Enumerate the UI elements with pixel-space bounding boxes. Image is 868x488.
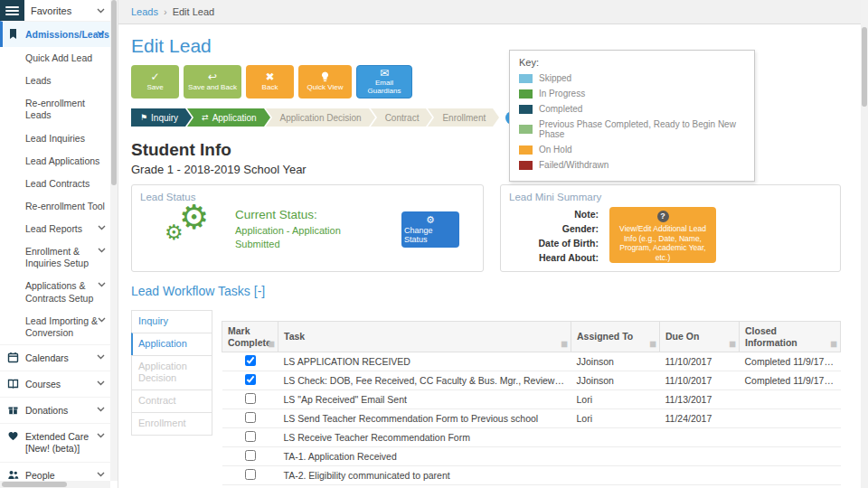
due-cell [660,447,740,466]
sidebar-item-label: People [25,470,55,481]
change-status-button[interactable]: ⚙ Change Status [401,211,459,248]
phase-inquiry[interactable]: ⚑ Inquiry [131,108,185,127]
scrollbar-thumb[interactable] [2,482,67,487]
table-row: LS Receive Teacher Recommendation Form [222,428,841,447]
mark-complete-checkbox[interactable] [245,450,256,461]
column-menu-icon[interactable]: ▦ [649,340,656,349]
assigned-cell [571,428,660,447]
mark-complete-checkbox[interactable] [245,412,256,423]
summary-panels: Lead Status ⚙ ⚙ Current Status: Applicat… [131,184,841,272]
key-entry: Skipped [519,70,745,86]
view-edit-additional-lead-info-button[interactable]: ? View/Edit Additional Lead Info (e.g., … [609,207,716,263]
tab-enrollment[interactable]: Enrollment [131,412,212,436]
sidebar-item-lead-applications[interactable]: Lead Applications [0,150,110,173]
mark-complete-checkbox[interactable] [245,355,256,366]
key-entry: In Progress [519,86,745,101]
menu-toggle-button[interactable] [0,0,24,21]
mark-complete-checkbox[interactable] [245,374,256,385]
due-cell: 11/10/2017 [660,352,740,371]
sidebar-item-quick-add-lead[interactable]: Quick Add Lead [0,47,110,70]
column-header-mark-complete[interactable]: Mark Complete▦ [222,322,278,352]
panel-title: Lead Mini Summary [501,185,840,202]
quick-view-button[interactable]: Quick View [298,65,352,99]
sidebar-item-label: Donations [25,405,68,416]
sidebar-item-calendars[interactable]: Calendars [0,344,110,371]
column-menu-icon[interactable]: ▦ [729,340,736,349]
mark-complete-checkbox[interactable] [245,431,256,442]
sidebar-item-lead-contracts[interactable]: Lead Contracts [0,173,110,195]
breadcrumb-link-leads[interactable]: Leads [131,6,158,17]
key-swatch [519,89,533,99]
book-icon [7,378,19,389]
sidebar-item-lead-inquiries[interactable]: Lead Inquiries [0,127,110,150]
sidebar-item-lead-importing-conversion[interactable]: Lead Importing & Conversion [0,310,110,344]
back-button[interactable]: ✖ Back [246,65,294,99]
sidebar-item-label: Courses [25,379,61,389]
save-button[interactable]: ✓ Save [131,65,179,99]
scrollbar-thumb[interactable] [111,0,117,185]
sidebar: Favorites Admissions/Leads Quick Add Lea… [0,0,118,488]
tab-contract[interactable]: Contract [131,389,212,413]
scrollbar-thumb[interactable] [862,27,867,107]
table-row: LS APPLICATION RECEIVED JJoinson 11/10/2… [222,352,841,371]
heard-about-label: Heard About: [521,250,599,265]
task-cell: TA-2. Eligibility communicated to parent [278,466,571,485]
gender-label: Gender: [521,221,599,236]
sidebar-vertical-scrollbar[interactable] [110,0,118,481]
tab-application-decision[interactable]: Application Decision [131,355,212,391]
sidebar-item-re-enrollment-leads[interactable]: Re-enrollment Leads [0,92,110,127]
sidebar-item-favorites[interactable]: Favorites [24,0,110,21]
assigned-cell [571,447,660,466]
phase-contract[interactable]: Contract [371,108,427,127]
task-cell: LS "Ap Received" Email Sent [278,390,571,409]
phase-enrollment[interactable]: Enrollment [428,108,493,127]
sidebar-item-label: Leads [25,75,52,86]
mark-complete-checkbox[interactable] [245,393,256,404]
assigned-cell: JJoinson [571,352,660,371]
sidebar-item-label: Lead Applications [25,155,99,166]
phase-application-decision[interactable]: Application Decision [266,108,369,127]
shuffle-icon: ⇄ [202,114,209,122]
closed-cell: Completed 11/9/17 4... [740,371,841,390]
tab-application[interactable]: Application [131,333,212,356]
sidebar-item-admissions-leads[interactable]: Admissions/Leads [0,21,110,47]
due-cell [660,466,740,485]
column-header-assigned-to[interactable]: Assigned To▦ [571,322,660,352]
column-menu-icon[interactable]: ▦ [561,340,568,349]
page-vertical-scrollbar[interactable] [861,0,868,488]
phase-application[interactable]: ⇄ Application [187,108,263,127]
lead-mini-summary-panel: Lead Mini Summary Note: Gender: Date of … [500,184,841,272]
workflow-tasks: Inquiry Application Application Decision… [131,310,841,485]
sidebar-item-leads[interactable]: Leads [0,70,110,92]
tasks-table-wrap: Mark Complete▦ Task▦ Assigned To▦ Due On… [222,321,841,485]
assigned-cell: Lori [571,409,660,428]
key-swatch [519,161,533,170]
column-header-task[interactable]: Task▦ [278,322,571,352]
sidebar-horizontal-scrollbar[interactable] [0,481,110,488]
column-header-closed-information[interactable]: Closed Information▦ [740,322,841,352]
sidebar-item-enrollment-inquiries-setup[interactable]: Enrollment & Inquiries Setup [0,240,110,275]
mark-complete-checkbox[interactable] [245,469,256,480]
sidebar-item-applications-contracts-setup[interactable]: Applications & Contracts Setup [0,275,110,309]
sidebar-item-donations[interactable]: Donations [0,397,110,423]
email-guardians-button[interactable]: ✉ Email Guardians [356,65,412,99]
save-and-back-button[interactable]: ↩ Save and Back [184,65,241,99]
sidebar-item-extended-care[interactable]: Extended Care [New! (beta)] [0,423,110,462]
sidebar-item-label: Favorites [31,5,71,16]
sidebar-item-lead-reports[interactable]: Lead Reports [0,218,110,240]
sidebar-item-re-enrollment-tool[interactable]: Re-enrollment Tool [0,195,110,218]
current-status-value: Application - Application Submitted [235,224,353,250]
task-cell: LS Send Teacher Recommendation Form to P… [278,409,571,428]
dob-label: Date of Birth: [521,236,599,250]
sidebar-item-courses[interactable]: Courses [0,371,110,397]
sidebar-item-people[interactable]: People [0,462,110,481]
column-header-due-on[interactable]: Due On▦ [660,322,740,352]
gear-icon: ⚙ [426,215,435,225]
collapse-toggle[interactable]: [-] [254,284,265,298]
sidebar-item-label: Re-enrollment Leads [25,98,85,120]
column-menu-icon[interactable]: ▦ [268,340,275,349]
check-icon: ✓ [150,71,159,83]
table-row: TA-1. Application Received [222,447,841,466]
tab-inquiry[interactable]: Inquiry [131,310,212,333]
column-menu-icon[interactable]: ▦ [830,340,837,349]
